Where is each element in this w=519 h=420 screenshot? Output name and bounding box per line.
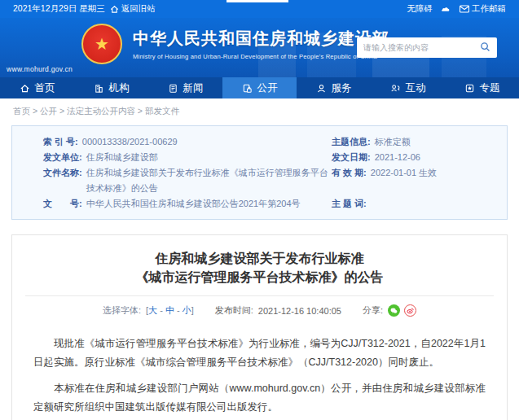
info-value: 000013338/2021-00629	[82, 134, 178, 150]
info-cell-issuing-unit: 发文单位: 住房和城乡建设部	[12, 150, 332, 165]
disclosure-icon	[242, 83, 253, 94]
topbar-left: 2021年12月29日 星期三 返回旧站	[13, 3, 156, 15]
article-box: 住房和城乡建设部关于发布行业标准 《城市运行管理服务平台技术标准》的公告 选择字…	[11, 234, 508, 420]
info-value: 标准定额	[375, 134, 411, 150]
info-row: 文 号: 中华人民共和国住房和城乡建设部公告2021年第204号 主 题 词:	[12, 196, 507, 212]
comment-cloud-icon[interactable]	[441, 5, 451, 14]
share-weibo-icon[interactable]	[404, 304, 416, 317]
service-person-icon	[316, 83, 327, 94]
info-label: 文 号:	[43, 196, 82, 212]
article-meta-bar: 选择字体: [大 - 中 - 小] 发布时间: 2021-12-16 10:40…	[33, 304, 486, 317]
nav-label: 专题	[480, 81, 500, 95]
info-label: 文件名称:	[43, 165, 82, 196]
work-mailbox-label: 工作邮箱	[472, 3, 506, 15]
back-old-site-link[interactable]: 返回旧站	[110, 3, 156, 15]
nav-item-service[interactable]: 服务	[297, 77, 371, 98]
search-box	[357, 37, 497, 58]
info-label: 发文单位:	[43, 150, 82, 165]
envelope-icon	[460, 5, 469, 13]
nav-label: 互动	[406, 81, 426, 95]
info-label: 发文日期:	[332, 150, 371, 165]
search-input[interactable]	[363, 43, 480, 52]
info-value: 中华人民共和国住房和城乡建设部公告2021年第204号	[86, 196, 301, 212]
share-icons	[388, 304, 416, 317]
article-title-line1: 住房和城乡建设部关于发布行业标准	[33, 249, 486, 268]
news-icon	[168, 83, 178, 94]
top-strip-decoration	[227, 0, 288, 2]
article-paragraph: 现批准《城市运行管理服务平台技术标准》为行业标准，编号为CJJ/T312-202…	[33, 335, 486, 372]
current-date: 2021年12月29日 星期三	[13, 3, 105, 15]
info-row: 文件名称: 住房和城乡建设部关于发布行业标准《城市运行管理服务平台技术标准》的公…	[12, 165, 507, 196]
interaction-icon	[390, 83, 401, 94]
nav-item-interaction[interactable]: 互动	[371, 77, 445, 98]
building-icon	[94, 83, 104, 94]
nav-label: 公开	[257, 81, 278, 95]
nav-item-home[interactable]: 首页	[0, 77, 74, 98]
nav-item-org[interactable]: 机构	[74, 77, 148, 98]
info-cell-valid-date: 有 效 期: 2022-01-01 生效	[332, 165, 507, 196]
share-label: 分享:	[363, 304, 383, 317]
main-nav: 首页 机构 新闻 公开 服务	[0, 77, 519, 98]
info-cell-issue-date: 发文日期: 2021-12-06	[332, 150, 507, 165]
publish-time-label: 发布时间:	[215, 304, 253, 317]
document-info-box: 索 引 号: 000013338/2021-00629 主题信息: 标准定额 发…	[11, 125, 508, 220]
info-label: 有 效 期:	[332, 165, 367, 196]
nav-item-disclosure[interactable]: 公开	[222, 77, 297, 98]
info-label: 主题信息:	[332, 134, 371, 150]
emblem-star-icon: ★	[95, 36, 109, 52]
search-icon	[480, 42, 490, 55]
nav-label: 新闻	[183, 81, 204, 95]
bracket: ]	[191, 305, 194, 315]
back-old-site-label: 返回旧站	[121, 3, 156, 15]
info-cell-index-number: 索 引 号: 000013338/2021-00629	[12, 134, 332, 150]
info-cell-keywords: 主 题 词:	[332, 196, 507, 212]
font-size-medium-link[interactable]: 中	[165, 305, 174, 315]
info-row: 发文单位: 住房和城乡建设部 发文日期: 2021-12-06	[12, 150, 507, 165]
font-size-selector: [大 - 中 - 小]	[146, 304, 194, 317]
national-emblem-logo: ★	[81, 24, 122, 64]
article-title: 住房和城乡建设部关于发布行业标准 《城市运行管理服务平台技术标准》的公告	[33, 249, 486, 287]
topbar-right: 无障碍 工作邮箱	[407, 3, 507, 15]
info-value: 住房和城乡建设部	[86, 150, 158, 165]
home-icon	[110, 5, 119, 14]
font-separator: -	[157, 305, 165, 315]
info-cell-document-title: 文件名称: 住房和城乡建设部关于发布行业标准《城市运行管理服务平台技术标准》的公…	[12, 165, 332, 196]
nav-label: 首页	[35, 81, 55, 95]
nav-label: 服务	[332, 81, 352, 95]
site-titles: 中华人民共和国住房和城乡建设部 Ministry of Housing and …	[133, 28, 389, 60]
info-value: 2022-01-01 生效	[371, 165, 437, 196]
site-url: www.mohurd.gov.cn	[7, 65, 73, 73]
publish-time-value: 2021-12-16 10:40:05	[258, 306, 341, 316]
site-name-english: Ministry of Housing and Urban-Rural Deve…	[133, 53, 389, 60]
site-header: ★ www.mohurd.gov.cn 中华人民共和国住房和城乡建设部 Mini…	[0, 18, 519, 77]
font-size-small-link[interactable]: 小	[183, 305, 191, 315]
home-icon	[20, 83, 30, 94]
page: 2021年12月29日 星期三 返回旧站 无障碍 工作邮箱	[0, 0, 519, 420]
top-utility-bar: 2021年12月29日 星期三 返回旧站 无障碍 工作邮箱	[0, 0, 519, 18]
article-paragraph: 本标准在住房和城乡建设部门户网站（www.mohurd.gov.cn）公开，并由…	[33, 379, 486, 417]
article-title-line2: 《城市运行管理服务平台技术标准》的公告	[33, 268, 486, 287]
info-value: 住房和城乡建设部关于发布行业标准《城市运行管理服务平台技术标准》的公告	[86, 165, 332, 196]
search-button[interactable]	[480, 42, 490, 55]
info-label: 索 引 号:	[43, 134, 78, 150]
breadcrumb[interactable]: 首页 > 公开 > 法定主动公开内容 > 部发文件	[0, 98, 519, 122]
info-row: 索 引 号: 000013338/2021-00629 主题信息: 标准定额	[12, 134, 507, 150]
article-body: 现批准《城市运行管理服务平台技术标准》为行业标准，编号为CJJ/T312-202…	[33, 335, 486, 417]
font-separator: -	[174, 305, 183, 315]
nav-item-topics[interactable]: 专题	[445, 77, 519, 98]
font-select-label: 选择字体:	[103, 304, 141, 317]
accessibility-label: 无障碍	[407, 3, 433, 15]
info-cell-document-number: 文 号: 中华人民共和国住房和城乡建设部公告2021年第204号	[12, 196, 332, 212]
info-value: 2021-12-06	[375, 150, 420, 165]
title-divider	[25, 295, 494, 296]
site-name: 中华人民共和国住房和城乡建设部	[133, 28, 389, 50]
nav-item-news[interactable]: 新闻	[148, 77, 222, 98]
nav-label: 机构	[109, 81, 130, 95]
share-wechat-icon[interactable]	[388, 304, 400, 317]
font-size-large-link[interactable]: 大	[148, 305, 157, 315]
work-mailbox-link[interactable]: 工作邮箱	[460, 3, 506, 15]
topic-star-icon	[464, 83, 475, 94]
info-cell-topic-info: 主题信息: 标准定额	[332, 134, 507, 150]
info-label: 主 题 词:	[332, 196, 367, 212]
accessibility-link[interactable]: 无障碍	[407, 3, 433, 15]
